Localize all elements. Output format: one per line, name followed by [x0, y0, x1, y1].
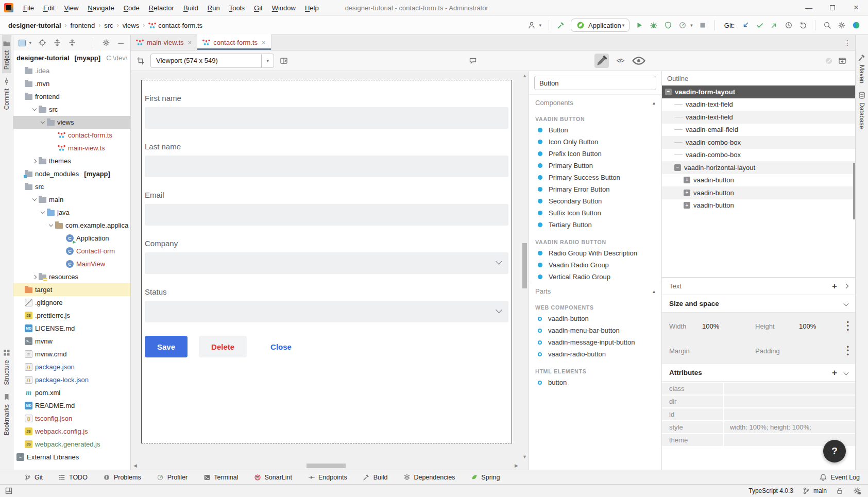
- delete-button[interactable]: Delete: [199, 336, 247, 357]
- tree-row[interactable]: mpom.xml: [13, 386, 130, 399]
- expand-plus-icon[interactable]: +: [684, 190, 690, 196]
- maximize-icon[interactable]: [821, 0, 844, 15]
- tree-row[interactable]: CMainView: [13, 258, 130, 270]
- settings-gear-icon[interactable]: [837, 21, 846, 30]
- collapse-minus-icon[interactable]: −: [665, 89, 672, 95]
- tree-row[interactable]: {}package-lock.json: [13, 373, 130, 386]
- palette-section-components[interactable]: Components▴: [529, 94, 661, 111]
- stripe-tab-commit[interactable]: Commit: [2, 73, 11, 113]
- outline-row[interactable]: +vaadin-button: [662, 186, 855, 199]
- chevron-down-icon[interactable]: [844, 370, 849, 375]
- tree-row[interactable]: CContactForm: [13, 245, 130, 258]
- canvas-field-last-name[interactable]: Last name: [145, 142, 508, 177]
- tree-row[interactable]: src: [13, 103, 130, 116]
- typescript-version[interactable]: TypeScript 4.0.3: [748, 487, 793, 494]
- palette-item[interactable]: Button: [529, 124, 661, 136]
- attributes-section-header[interactable]: Attributes+: [662, 364, 855, 382]
- search-icon[interactable]: [823, 21, 832, 30]
- project-root-row[interactable]: designer-tutorial[myapp]C:\dev\: [13, 52, 130, 64]
- attribute-name[interactable]: dir: [662, 396, 724, 407]
- tree-row[interactable]: {}package.json: [13, 361, 130, 373]
- tree-row[interactable]: JSwebpack.config.js: [13, 425, 130, 438]
- git-commit-icon[interactable]: [755, 21, 764, 30]
- stop-icon[interactable]: [698, 21, 707, 30]
- breadcrumb-item[interactable]: frontend: [71, 22, 95, 29]
- outline-row[interactable]: −vaadin-horizontal-layout: [662, 161, 855, 174]
- palette-item[interactable]: vaadin-message-input-button: [529, 336, 661, 348]
- menu-item-file[interactable]: File: [19, 0, 39, 15]
- tree-row[interactable]: java: [13, 206, 130, 219]
- horizontal-scroll-thumb[interactable]: [307, 464, 346, 468]
- palette-item[interactable]: Primary Success Button: [529, 172, 661, 183]
- toolwindow-button-build[interactable]: Build: [363, 473, 388, 481]
- outline-row[interactable]: +vaadin-button: [662, 174, 855, 187]
- tree-row[interactable]: node_modules[myapp]: [13, 167, 130, 180]
- attribute-name[interactable]: class: [662, 383, 724, 395]
- menu-item-view[interactable]: View: [59, 0, 83, 15]
- palette-item[interactable]: Secondary Button: [529, 195, 661, 207]
- scroll-down-icon[interactable]: ▼: [522, 454, 527, 459]
- menu-item-refactor[interactable]: Refactor: [144, 0, 179, 15]
- tree-row[interactable]: src: [13, 180, 130, 193]
- kebab-menu-icon[interactable]: •••: [846, 320, 849, 331]
- viewport-select[interactable]: Viewport (574 x 549)▾: [150, 54, 274, 68]
- tree-row[interactable]: {}tsconfig.json: [13, 412, 130, 425]
- palette-item[interactable]: Tertiary Button: [529, 219, 661, 231]
- palette-item[interactable]: Primary Button: [529, 160, 661, 172]
- tab-options-kebab-icon[interactable]: ⋮: [844, 39, 851, 47]
- stripe-tab-project[interactable]: Project: [2, 35, 11, 73]
- tree-row[interactable]: .mvn: [13, 77, 130, 90]
- tree-row[interactable]: frontend: [13, 90, 130, 103]
- help-button[interactable]: ?: [823, 440, 846, 462]
- tree-row[interactable]: main-view.ts: [13, 142, 130, 155]
- size-field-value[interactable]: 100%: [799, 322, 846, 330]
- canvas-vertical-scrollbar[interactable]: ▲ ▼: [521, 71, 529, 461]
- outline-row[interactable]: vaadin-text-field: [662, 98, 855, 111]
- scroll-left-icon[interactable]: ◀: [133, 463, 137, 468]
- palette-item[interactable]: Radio Group With Description: [529, 247, 661, 259]
- text-field-input[interactable]: [145, 156, 508, 177]
- git-push-icon[interactable]: [770, 21, 779, 30]
- close-button[interactable]: Close: [258, 336, 304, 357]
- tree-row[interactable]: ≡mvnw.cmd: [13, 348, 130, 361]
- breadcrumb-item[interactable]: src: [104, 22, 113, 29]
- menu-item-window[interactable]: Window: [267, 0, 300, 15]
- split-view-icon[interactable]: [279, 56, 288, 65]
- chevron-expanded-icon[interactable]: [41, 119, 45, 124]
- attribute-value[interactable]: width: 100%; height: 100%;: [724, 421, 855, 433]
- toolwindow-button-profiler[interactable]: Profiler: [157, 473, 188, 481]
- minimize-icon[interactable]: —: [797, 0, 821, 15]
- canvas-field-email[interactable]: Email: [145, 191, 508, 226]
- outline-row[interactable]: −vaadin-form-layout: [662, 85, 855, 98]
- edit-mode-pencil-icon[interactable]: [594, 54, 609, 68]
- tab-close-icon[interactable]: ×: [188, 39, 192, 46]
- save-button[interactable]: Save: [145, 336, 188, 357]
- size-section-header[interactable]: Size and space: [662, 295, 855, 313]
- vertical-scroll-thumb[interactable]: [522, 243, 527, 288]
- lock-icon[interactable]: [835, 486, 844, 495]
- attribute-name[interactable]: theme: [662, 434, 724, 446]
- text-field-input[interactable]: [145, 204, 508, 226]
- palette-item[interactable]: vaadin-radio-button: [529, 348, 661, 360]
- tree-row[interactable]: JS.prettierrc.js: [13, 309, 130, 322]
- text-field-input[interactable]: [145, 107, 508, 129]
- palette-item[interactable]: Vertical Radio Group: [529, 271, 661, 283]
- collapse-caret-icon[interactable]: ▴: [653, 100, 655, 106]
- tree-row[interactable]: .idea: [13, 64, 130, 77]
- stripe-tab-maven[interactable]: Maven: [857, 49, 866, 87]
- canvas-horizontal-scrollbar[interactable]: ◀ ▶: [131, 462, 521, 470]
- chevron-down-icon[interactable]: [844, 301, 849, 306]
- tree-row[interactable]: .gitignore: [13, 296, 130, 309]
- tree-row[interactable]: MDREADME.md: [13, 399, 130, 412]
- editor-tab-contact-form[interactable]: contact-form.ts×: [197, 35, 271, 50]
- toolwindow-button-problems[interactable]: Problems: [103, 473, 141, 481]
- kebab-menu-icon[interactable]: •••: [846, 345, 849, 356]
- stripe-tab-structure[interactable]: Structure: [2, 345, 11, 389]
- tree-row[interactable]: com.example.applica: [13, 219, 130, 232]
- outline-row[interactable]: vaadin-combo-box: [662, 136, 855, 149]
- tree-row[interactable]: JSwebpack.generated.js: [13, 438, 130, 451]
- toolwindow-button-dependencies[interactable]: Dependencies: [403, 473, 455, 481]
- event-log-button[interactable]: Event Log: [819, 473, 860, 482]
- run-play-icon[interactable]: [635, 21, 644, 30]
- attribute-value[interactable]: [724, 396, 855, 407]
